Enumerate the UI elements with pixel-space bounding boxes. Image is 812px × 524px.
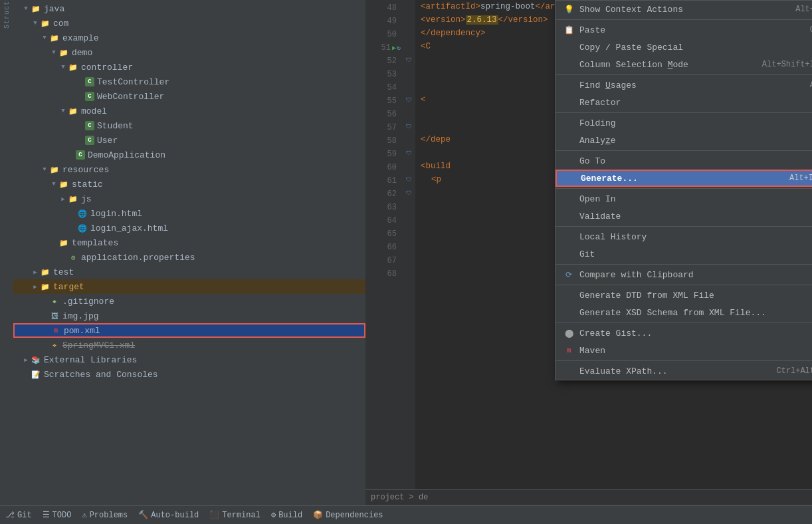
menu-item-go-to[interactable]: Go To ▶ (556, 152, 812, 170)
class-icon-user: C (85, 136, 94, 145)
gutter-59: 🛡 (402, 146, 415, 160)
tree-item-student[interactable]: C Student (13, 118, 365, 133)
menu-item-local-history[interactable]: Local History ▶ (556, 228, 812, 245)
tree-item-testcontroller[interactable]: C TestController (13, 74, 365, 89)
gutter-51 (402, 40, 415, 53)
menu-item-generate-dtd[interactable]: Generate DTD from XML File (556, 287, 812, 304)
line-num-60: 60 (365, 161, 402, 174)
shield-57: 🛡 (406, 123, 412, 130)
separator-7 (556, 264, 812, 265)
structure-icon[interactable]: Structure (1, 3, 12, 13)
menu-item-open-in[interactable]: Open In ▶ (556, 190, 812, 207)
menu-item-git[interactable]: Git ▶ (556, 245, 812, 263)
editor-gutter: 🛡 🛡 🛡 🛡 🛡 🛡 (402, 0, 415, 489)
tree-item-resources[interactable]: ▼ 📁 resources (13, 162, 365, 177)
line-num-59: 59 (365, 148, 402, 161)
tree-item-img-jpg[interactable]: 🖼 img.jpg (13, 309, 365, 323)
menu-item-folding[interactable]: Folding ▶ (556, 114, 812, 132)
separator-5 (556, 188, 812, 189)
status-terminal[interactable]: ⬛ Terminal (209, 510, 260, 520)
tree-item-model[interactable]: ▼ 📁 model (13, 104, 365, 118)
label-copy-paste-special: Copy / Paste Special (579, 43, 683, 53)
gutter-61: 🛡 (402, 173, 415, 186)
tree-item-templates[interactable]: 📁 templates (13, 235, 365, 250)
tree-item-user[interactable]: C User (13, 133, 365, 148)
gutter-53 (402, 66, 415, 80)
breadcrumb-bar: project > de (365, 489, 812, 505)
gutter-60 (402, 160, 415, 173)
menu-item-evaluate-xpath[interactable]: Evaluate XPath... Ctrl+Alt+X, E (556, 362, 812, 380)
img-icon-img: 🖼 (49, 311, 60, 321)
menu-item-generate-xsd[interactable]: Generate XSD Schema from XML File... (556, 304, 812, 321)
tree-item-js[interactable]: ▶ 📁 js (13, 192, 365, 206)
status-todo[interactable]: ☰ TODO (43, 510, 72, 520)
folder-icon-static: 📁 (58, 179, 69, 190)
file-tree-content: ▼ 📁 java ▼ 📁 com ▼ 📁 example ▼ (13, 0, 365, 505)
menu-item-find-usages[interactable]: Find Usages Alt+F7 (556, 76, 812, 94)
tree-item-static[interactable]: ▼ 📁 static (13, 177, 365, 192)
status-dependencies[interactable]: 📦 Dependencies (313, 510, 383, 520)
tree-arrow-test: ▶ (31, 269, 40, 276)
tree-item-test[interactable]: ▶ 📁 test (13, 265, 365, 279)
build-status-icon: ⚙ (271, 510, 276, 520)
label-maven: Maven (579, 346, 605, 356)
tree-item-application-props[interactable]: ⚙ application.properties (13, 250, 365, 265)
menu-item-show-context[interactable]: 💡 Show Context Actions Alt+Enter (556, 1, 812, 18)
text-spring-boot: spring-boot (480, 2, 536, 11)
tree-label-external-libs: External Libraries (44, 355, 137, 365)
tree-item-gitignore[interactable]: ◆ .gitignore (13, 294, 365, 309)
folder-icon-templates: 📁 (58, 237, 69, 248)
bulb-icon: 💡 (563, 5, 574, 15)
tree-label-student: Student (97, 121, 134, 131)
tree-arrow-resources: ▼ (40, 166, 49, 173)
separator-3 (556, 112, 812, 113)
tag-dependency-close: </dependency> (421, 29, 486, 38)
folder-icon-resources: 📁 (49, 164, 60, 175)
tree-arrow-controller: ▼ (58, 64, 68, 70)
tree-label-js: js (81, 194, 92, 204)
tree-item-external-libs[interactable]: ▶ 📚 External Libraries (13, 352, 365, 367)
menu-item-column-selection[interactable]: Column Selection Mode Alt+Shift+Insert (556, 56, 812, 73)
status-autobuild[interactable]: 🔨 Auto-build (138, 510, 199, 520)
menu-item-validate[interactable]: Validate (556, 207, 812, 225)
tree-item-webcontroller[interactable]: C WebController (13, 89, 365, 104)
folder-icon-js: 📁 (68, 194, 78, 204)
tree-item-pom-xml[interactable]: m pom.xml (13, 323, 365, 338)
label-compare-clipboard: Compare with Clipboard (579, 270, 694, 280)
tree-item-login-ajax-html[interactable]: 🌐 login_ajax.html (13, 221, 365, 235)
menu-item-maven[interactable]: m Maven ▶ (556, 342, 812, 359)
code-51-partial: <C (421, 42, 431, 51)
code-editor[interactable]: <artifactId>spring-boot</artifactId> <ve… (415, 0, 812, 489)
tree-item-java[interactable]: ▼ 📁 java (13, 1, 365, 16)
tree-item-springmvc-xml[interactable]: ✤ SpringMVC1.xml (13, 338, 365, 352)
status-problems[interactable]: ⚠ Problems (82, 510, 128, 520)
menu-item-copy-paste-special[interactable]: Copy / Paste Special ▶ (556, 39, 812, 56)
menu-item-analyze[interactable]: Analyze ▶ (556, 132, 812, 149)
label-open-in: Open In (579, 194, 616, 204)
paste-icon: 📋 (563, 25, 574, 35)
autobuild-status-icon: 🔨 (138, 510, 148, 520)
tree-item-com[interactable]: ▼ 📁 com (13, 16, 365, 31)
menu-item-generate[interactable]: Generate... Alt+Insert (556, 170, 812, 187)
menu-item-create-gist[interactable]: ⬤ Create Gist... (556, 325, 812, 342)
tree-label-login-html: login.html (90, 209, 142, 219)
menu-item-compare-clipboard[interactable]: ⟳ Compare with Clipboard (556, 266, 812, 283)
tree-item-example[interactable]: ▼ 📁 example (13, 31, 365, 45)
xml-icon-springmvc: ✤ (49, 340, 60, 350)
separator-2 (556, 74, 812, 75)
status-build[interactable]: ⚙ Build (271, 510, 302, 520)
tree-item-target[interactable]: ▶ 📁 target (13, 279, 365, 294)
menu-item-paste[interactable]: 📋 Paste Ctrl+V (556, 21, 812, 39)
gutter-52: 🛡 (402, 53, 415, 66)
gutter-58 (402, 133, 415, 146)
separator-4 (556, 150, 812, 151)
tree-item-scratches[interactable]: 📝 Scratches and Consoles (13, 367, 365, 382)
tree-item-login-html[interactable]: 🌐 login.html (13, 206, 365, 221)
status-git[interactable]: ⎇ Git (5, 510, 32, 520)
tree-item-demo[interactable]: ▼ 📁 demo (13, 45, 365, 60)
tree-item-demoapplication[interactable]: C DemoApplication (13, 148, 365, 162)
menu-item-refactor[interactable]: Refactor ▶ (556, 94, 812, 111)
folder-icon-controller: 📁 (68, 62, 78, 72)
line-num-66: 66 (365, 241, 402, 254)
tree-item-controller[interactable]: ▼ 📁 controller (13, 60, 365, 74)
